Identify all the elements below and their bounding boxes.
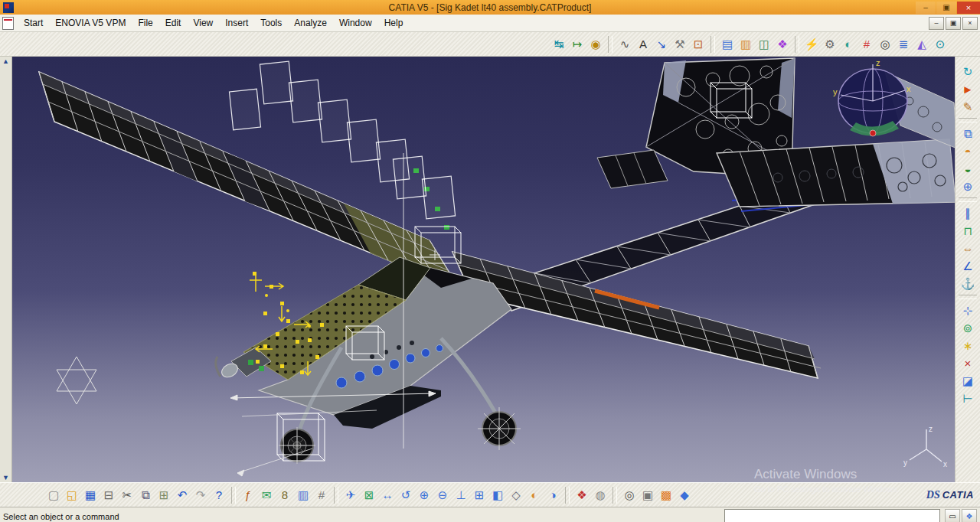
new-document-icon[interactable]: ▢ xyxy=(44,486,63,504)
snap-icon[interactable]: ⊚ xyxy=(959,319,977,337)
weld-icon[interactable]: ⚒ xyxy=(671,35,689,54)
3d-viewport[interactable]: z y x z y x xyxy=(12,57,955,482)
annotated-view-icon[interactable]: ◫ xyxy=(755,35,773,54)
parameters-icon[interactable]: 8 xyxy=(276,486,294,504)
comment-icon[interactable]: ✉ xyxy=(257,486,276,504)
whats-this-icon[interactable]: ? xyxy=(210,486,228,504)
select-arrow-icon[interactable]: ► xyxy=(959,80,977,98)
paste-icon[interactable]: ⊞ xyxy=(155,486,173,504)
coincidence-constraint-icon[interactable]: ∥ xyxy=(959,204,977,222)
catalog-icon[interactable]: ❖ xyxy=(573,486,591,504)
fly-mode-icon[interactable]: ✈ xyxy=(341,486,360,504)
layers-icon[interactable]: ≣ xyxy=(894,35,913,54)
depth-effect-icon[interactable]: ◭ xyxy=(913,35,931,54)
paint-brush-icon[interactable]: ◐ xyxy=(839,35,858,54)
publish-icon[interactable]: ❖ xyxy=(773,35,792,54)
wireframe-icon[interactable]: ◇ xyxy=(507,486,525,504)
menu-tools[interactable]: Tools xyxy=(254,16,288,30)
offset-constraint-icon[interactable]: ⇔ xyxy=(959,240,977,257)
menu-enovia[interactable]: ENOVIA V5 VPM xyxy=(49,16,132,30)
redo-icon[interactable]: ↷ xyxy=(191,486,210,504)
copy-icon[interactable]: ⧉ xyxy=(136,486,155,504)
command-field-expand-icon[interactable]: ▭ xyxy=(945,509,960,522)
product-structure-icon[interactable]: ⧉ xyxy=(959,125,977,142)
save-icon[interactable]: ▦ xyxy=(81,486,100,504)
zoom-out-icon[interactable]: ⊖ xyxy=(433,486,452,504)
scroll-down-icon[interactable]: ▼ xyxy=(2,474,9,481)
leader-icon[interactable]: ↘ xyxy=(652,35,671,54)
child-minimize-button[interactable]: – xyxy=(929,17,944,30)
menu-window[interactable]: Window xyxy=(333,16,378,30)
camera-capture-icon[interactable]: ◎ xyxy=(876,35,894,54)
pan-icon[interactable]: ↔ xyxy=(378,486,397,504)
menu-edit[interactable]: Edit xyxy=(159,16,188,30)
album-icon[interactable]: ▣ xyxy=(639,486,657,504)
relations-icon[interactable]: # xyxy=(312,486,331,504)
menu-view[interactable]: View xyxy=(187,16,219,30)
stamp-icon[interactable]: ⊡ xyxy=(689,35,707,54)
menu-help[interactable]: Help xyxy=(378,16,410,30)
print-icon[interactable]: ⊟ xyxy=(100,486,118,504)
graph-tree-icon[interactable]: # xyxy=(858,35,876,54)
power-copy-icon[interactable]: ❖ xyxy=(962,509,977,522)
pencil-icon[interactable]: ✎ xyxy=(959,98,977,116)
model-canvas[interactable]: z y x z y x xyxy=(12,57,955,482)
toolbar-separator xyxy=(231,487,236,504)
swap-space-icon[interactable]: ◑ xyxy=(544,486,562,504)
enhanced-scene-icon[interactable]: ▥ xyxy=(737,35,755,54)
document-mini-icon[interactable] xyxy=(2,17,14,30)
menu-file[interactable]: File xyxy=(132,16,158,30)
triad-z-label: z xyxy=(929,425,933,433)
open-icon[interactable]: ◱ xyxy=(63,486,81,504)
airplane-model[interactable] xyxy=(39,58,955,476)
undo-icon[interactable]: ↶ xyxy=(173,486,191,504)
spline-analysis-icon[interactable]: ∿ xyxy=(616,35,634,54)
child-close-button[interactable]: × xyxy=(962,17,978,30)
normal-view-icon[interactable]: ⊥ xyxy=(452,486,470,504)
update-icon[interactable]: ⚡ xyxy=(802,35,821,54)
menu-insert[interactable]: Insert xyxy=(219,16,254,30)
command-input[interactable] xyxy=(724,509,940,522)
formula-icon[interactable]: ƒ xyxy=(239,486,257,504)
update-all-icon[interactable]: ↻ xyxy=(959,63,977,80)
child-restore-button[interactable]: ▣ xyxy=(946,17,961,30)
material-icon[interactable]: ◍ xyxy=(591,486,609,504)
snapshot-icon[interactable]: ◎ xyxy=(620,486,639,504)
angle-constraint-icon[interactable]: ∠ xyxy=(959,257,977,275)
component-icon[interactable]: ◓ xyxy=(959,142,977,160)
scroll-up-icon[interactable]: ▲ xyxy=(2,57,9,65)
explode-icon[interactable]: ∗ xyxy=(959,337,977,354)
fastener-icon[interactable]: ⊕ xyxy=(959,178,977,195)
mesh-grid-icon[interactable]: ▩ xyxy=(657,486,675,504)
fit-all-icon[interactable]: ⊠ xyxy=(360,486,378,504)
measure-inertia-icon[interactable]: ◉ xyxy=(586,35,605,54)
zoom-in-icon[interactable]: ⊕ xyxy=(415,486,433,504)
minimize-button[interactable]: – xyxy=(916,2,936,14)
hide-show-icon[interactable]: ◐ xyxy=(525,486,544,504)
text-annotation-icon[interactable]: A xyxy=(634,35,652,54)
shading-icon[interactable]: ◧ xyxy=(488,486,507,504)
design-table-icon[interactable]: ▥ xyxy=(294,486,312,504)
contact-constraint-icon[interactable]: ⊓ xyxy=(959,222,977,240)
measure-icon[interactable]: ⊢ xyxy=(959,390,977,407)
clash-icon[interactable]: × xyxy=(959,354,977,372)
part-icon[interactable]: ◒ xyxy=(959,160,977,178)
measure-between-icon[interactable]: ↹ xyxy=(550,35,568,54)
gear-icon[interactable]: ⚙ xyxy=(821,35,839,54)
compass[interactable]: z y x xyxy=(833,58,911,136)
multi-view-icon[interactable]: ⊞ xyxy=(470,486,488,504)
fix-constraint-icon[interactable]: ⚓ xyxy=(959,275,977,292)
iso-view-icon[interactable]: ◆ xyxy=(675,486,694,504)
rotate-icon[interactable]: ↺ xyxy=(397,486,415,504)
manipulate-icon[interactable]: ⊹ xyxy=(959,302,977,319)
magnifier-icon[interactable]: ⊙ xyxy=(931,35,949,54)
restore-button[interactable]: ▣ xyxy=(936,2,956,14)
menu-start[interactable]: Start xyxy=(18,16,49,30)
section-icon[interactable]: ◪ xyxy=(959,372,977,390)
measure-item-icon[interactable]: ↦ xyxy=(568,35,586,54)
close-button[interactable]: × xyxy=(957,2,980,14)
menu-analyze[interactable]: Analyze xyxy=(288,16,333,30)
left-scrollbar[interactable]: ▲ ▼ xyxy=(0,57,12,482)
scene-icon[interactable]: ▤ xyxy=(718,35,737,54)
cut-icon[interactable]: ✂ xyxy=(118,486,136,504)
